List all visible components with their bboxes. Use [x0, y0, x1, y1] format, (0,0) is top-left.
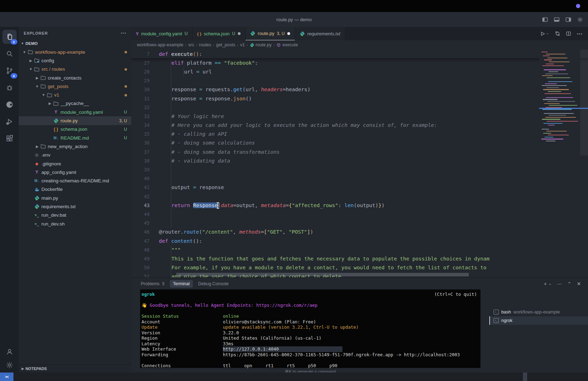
tree-file-readme-md[interactable]: M↓README.mdU — [19, 134, 131, 142]
title-bar[interactable]: route.py — demo — [0, 12, 588, 27]
status-ports[interactable] — [35, 373, 40, 381]
maximize-panel-icon[interactable]: ⌃ — [567, 281, 572, 287]
tree-folder-new-empty-action[interactable]: ▶new_empty_action — [19, 142, 131, 151]
breadcrumb-item-execute[interactable]: execute — [276, 42, 298, 47]
tree-file-creating-schemas-readme-md[interactable]: M↓creating-schemas-README.md — [19, 176, 131, 185]
panel-tab-debug-console[interactable]: Debug Console — [195, 280, 232, 288]
status-git-branch[interactable] — [16, 373, 20, 381]
activity-bar-source-control-icon[interactable]: 4 — [2, 64, 17, 78]
tree-file-main-py[interactable]: main.py — [19, 194, 131, 202]
code-line-7[interactable]: 7def execute(): — [131, 49, 588, 58]
tree-file-module-config-yaml[interactable]: Ymodule_config.yamlU — [19, 108, 131, 116]
compare-changes-icon[interactable] — [555, 31, 560, 36]
toggle-secondary-sidebar-icon[interactable] — [565, 17, 571, 23]
code-line-27[interactable]: 27elif platform == "facebook": — [131, 58, 588, 67]
panel-tab-problems[interactable]: Problems3 — [138, 280, 168, 288]
activity-bar-settings-icon[interactable] — [6, 361, 13, 369]
breadcrumb-item-v1[interactable]: v1 — [240, 42, 245, 47]
status-notifications[interactable] — [580, 373, 584, 381]
tree-file-run-dev-bat[interactable]: >_run_dev.bat — [19, 211, 131, 219]
status-launchpad[interactable] — [25, 373, 30, 381]
tree-file--gitignore[interactable]: ◆.gitignore — [19, 159, 131, 168]
tree-file-route-py[interactable]: route.py3, U — [19, 116, 131, 125]
activity-bar-extensions-icon[interactable] — [2, 131, 17, 146]
tree-folder-src-routes[interactable]: ▼src / routes — [19, 65, 131, 74]
status-git-graph[interactable] — [21, 373, 25, 381]
code-line-40[interactable]: 40 — [131, 174, 588, 183]
tree-folder-v1[interactable]: ▼v1 — [19, 90, 131, 99]
panel-tab-terminal[interactable]: Terminal — [170, 280, 193, 288]
tree-file-requirements-txt[interactable]: requirements.txt — [19, 202, 131, 211]
code-line-48[interactable]: 48""" — [131, 245, 588, 254]
code-line-42[interactable]: 42 — [131, 192, 588, 201]
run-python-file-icon[interactable] — [540, 31, 549, 37]
tree-file-dockerfile[interactable]: Dockerfile — [19, 185, 131, 194]
activity-bar-accounts-icon[interactable] — [6, 348, 13, 356]
tab-requirements-txt[interactable]: requirements.txt — [295, 27, 345, 40]
code-line-30[interactable]: 30response = requests.get(url, headers=h… — [131, 85, 588, 94]
code-line-28[interactable]: 28url = url — [131, 67, 588, 76]
code-line-46[interactable]: 46@router.route("/content", methods=["GE… — [131, 228, 588, 236]
tree-folder-config[interactable]: ▶config — [19, 56, 131, 65]
launch-profile-dropdown-icon[interactable]: ⌄ — [548, 281, 552, 286]
tree-file--env[interactable]: .env — [19, 151, 131, 159]
status-indentation[interactable] — [536, 373, 540, 381]
code-editor[interactable]: 27elif platform == "facebook":28url = ur… — [131, 49, 588, 277]
terminal-output[interactable]: ngrok(Ctrl+C to quit) 👋 Goodbye tunnels,… — [140, 289, 480, 368]
code-line-37[interactable]: 37# - doing some data transformations — [131, 147, 588, 156]
status-eol[interactable] — [548, 373, 553, 381]
status-prettier[interactable] — [574, 373, 578, 381]
terminal-list-item-bash[interactable]: >_bashworkflows-app-example — [489, 308, 588, 316]
status-python-interpreter[interactable] — [561, 373, 565, 381]
more-actions-icon[interactable]: ⋯ — [577, 30, 582, 37]
close-panel-icon[interactable]: ✕ — [577, 281, 581, 287]
code-line-32[interactable]: 32 — [131, 103, 588, 112]
explorer-more-actions-icon[interactable]: ··· — [121, 30, 126, 36]
workspace-section-header[interactable]: ▼ DEMO — [19, 39, 131, 48]
activity-bar-search-icon[interactable] — [2, 47, 17, 61]
code-line-44[interactable]: 44 — [131, 210, 588, 218]
breadcrumb-item-route-py[interactable]: route.py — [250, 42, 272, 47]
notepads-section-header[interactable]: ▶ NOTEPADS — [19, 364, 131, 373]
toggle-panel-icon[interactable] — [554, 17, 560, 23]
code-line-34[interactable]: 34# Here you can add your logic to execu… — [131, 121, 588, 130]
code-line-39[interactable]: 39 — [131, 165, 588, 174]
tree-file-schema-json[interactable]: { }schema.jsonU — [19, 125, 131, 134]
tree-folder-workflows-app-example[interactable]: ▼workflows-app-example — [19, 48, 131, 56]
breadcrumb-item-src[interactable]: src — [188, 42, 194, 47]
breadcrumb-item-routes[interactable]: routes — [199, 42, 211, 47]
status-problems[interactable] — [30, 373, 35, 381]
horizontal-scrollbar[interactable] — [176, 273, 469, 276]
status-language-mode[interactable] — [555, 373, 559, 381]
status-encoding[interactable] — [542, 373, 546, 381]
code-line-29[interactable]: 29 — [131, 76, 588, 85]
new-terminal-icon[interactable]: + — [544, 281, 547, 287]
code-line-31[interactable]: 31response = response.json() — [131, 94, 588, 103]
breadcrumb-item-workflows-app-example[interactable]: workflows-app-example — [137, 42, 183, 47]
code-line-35[interactable]: 35# - calling an API — [131, 130, 588, 139]
code-line-41[interactable]: 41output = response — [131, 183, 588, 192]
code-line-49[interactable]: 49This is the function that goes and fet… — [131, 254, 588, 263]
activity-bar-extension-logo-icon[interactable] — [2, 98, 17, 112]
tab-route-py[interactable]: route.py3, U — [246, 27, 295, 40]
breadcrumb-item-get-posts[interactable]: get_posts — [216, 42, 235, 47]
status-cursor-position[interactable] — [529, 373, 534, 381]
terminal-list-item-ngrok[interactable]: >_ngrok — [489, 316, 588, 325]
tree-folder-get-posts[interactable]: ▼get_posts — [19, 82, 131, 90]
code-line-43[interactable]: 43return Response(data=output, metadata=… — [131, 201, 588, 210]
vertical-scrollbar[interactable] — [580, 49, 588, 156]
modified-dot-icon[interactable] — [287, 32, 290, 35]
customize-layout-icon[interactable] — [577, 17, 583, 23]
modified-dot-icon[interactable] — [238, 32, 241, 35]
code-line-47[interactable]: 47def content(): — [131, 236, 588, 245]
tab-schema-json[interactable]: { }schema.jsonU — [192, 27, 245, 40]
tree-file-run-dev-sh[interactable]: >_run_dev.sh — [19, 219, 131, 228]
tree-file-app-config-yaml[interactable]: Yapp_config.yaml — [19, 168, 131, 176]
code-line-50[interactable]: 50For example, if you have a module to d… — [131, 263, 588, 272]
sticky-scroll-line[interactable]: 7def execute(): — [131, 49, 588, 58]
tree-folder-create-contacts[interactable]: ▶create_contacts — [19, 74, 131, 82]
remote-indicator[interactable]: >< — [0, 373, 13, 381]
tree-folder--pycache-[interactable]: ▶__pycache__ — [19, 99, 131, 108]
status-live-share[interactable] — [40, 373, 45, 381]
split-editor-icon[interactable] — [566, 31, 571, 36]
